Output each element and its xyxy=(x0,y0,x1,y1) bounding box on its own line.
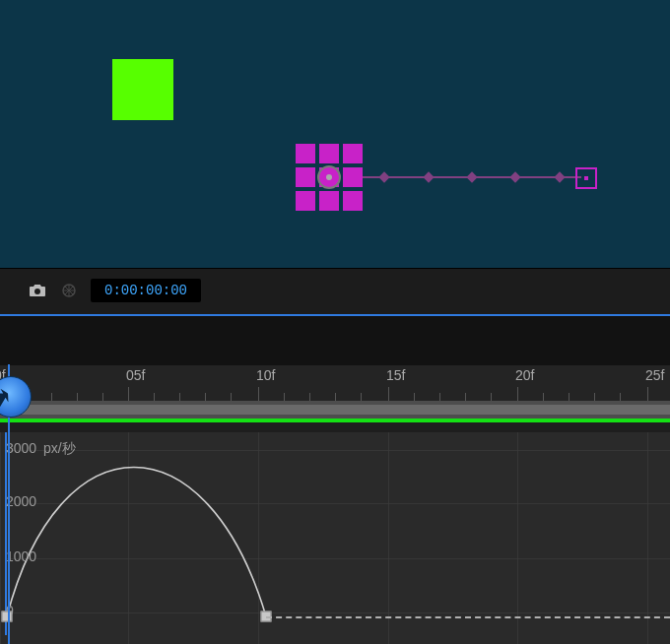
ruler-tick-label: 20f xyxy=(515,367,534,383)
motion-path-tick xyxy=(554,171,565,182)
graph-keyframe-handle[interactable] xyxy=(2,612,13,622)
time-ruler[interactable]: 0f05f10f15f20f25f xyxy=(0,365,670,401)
motion-path-tick xyxy=(379,171,390,182)
ruler-tick-label: 10f xyxy=(256,367,275,383)
aperture-icon[interactable] xyxy=(59,281,79,300)
svg-point-0 xyxy=(34,289,40,294)
motion-path-tick xyxy=(423,171,434,182)
ruler-tick-label: 25f xyxy=(645,367,664,383)
graph-y-label: 2000 xyxy=(6,493,36,509)
timeline-header-strip xyxy=(0,316,670,365)
anchor-point-dot-icon xyxy=(326,174,332,180)
motion-path-tick xyxy=(510,171,521,182)
motion-path-tick xyxy=(466,171,477,182)
preview-toolbar: 0:00:00:00 xyxy=(0,268,670,316)
ruler-tick-label: 15f xyxy=(386,367,405,383)
current-time-field[interactable]: 0:00:00:00 xyxy=(91,279,201,302)
speed-graph-editor[interactable]: 3000 px/秒200010000 xyxy=(0,432,670,644)
graph-y-unit: px/秒 xyxy=(43,440,76,458)
motion-path-end-keyframe[interactable] xyxy=(575,167,597,189)
graph-flat-segment xyxy=(266,616,670,618)
snapshot-icon[interactable] xyxy=(28,281,47,300)
ruler-tick-label: 05f xyxy=(126,367,145,383)
green-layer-shape[interactable] xyxy=(112,59,173,120)
motion-path[interactable] xyxy=(363,176,581,178)
work-area-band[interactable] xyxy=(0,401,670,432)
speed-curve[interactable] xyxy=(0,432,670,644)
graph-y-label: 1000 xyxy=(6,548,36,564)
graph-y-label: 3000 xyxy=(6,440,36,456)
composition-viewport[interactable] xyxy=(0,0,670,268)
selected-magenta-layer[interactable] xyxy=(296,144,363,211)
toolbar-divider xyxy=(0,314,670,316)
